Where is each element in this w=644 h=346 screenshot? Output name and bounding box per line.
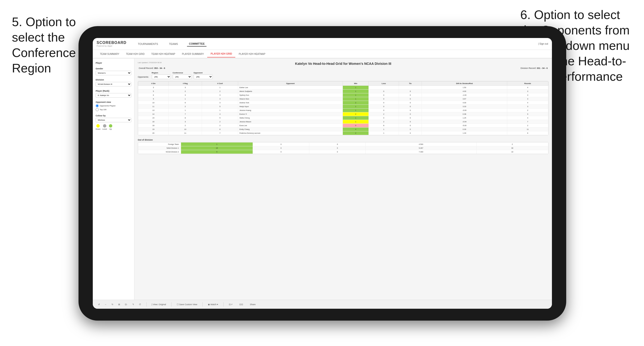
toolbar-share-icon[interactable]: ⊡↗ (228, 303, 234, 306)
sidebar-player-rank-select[interactable]: 8. Katelyn Vo (96, 93, 131, 98)
sub-nav-team-summary[interactable]: TEAM SUMMARY (96, 51, 123, 57)
toolbar-view-original[interactable]: | View: Original (150, 303, 168, 306)
sub-nav-player-summary[interactable]: PLAYER SUMMARY (179, 51, 207, 57)
records-row: Overall Record: 353 - 34 - 6 Division Re… (138, 67, 548, 69)
toolbar-copy-icon[interactable]: ⊡⊡ (238, 303, 244, 306)
tablet-frame: SCOREBOARD Powered by clippd TOURNAMENTS… (78, 26, 566, 321)
cell-loss: 2 (369, 120, 399, 124)
cell-loss: 0 (369, 109, 399, 112)
sidebar-gender-section: Gender Women's (96, 67, 131, 75)
cell-conf: 1 (202, 109, 238, 112)
out-tie: 0 (309, 150, 366, 154)
nav-teams[interactable]: TEAMS (167, 41, 180, 46)
cell-reg: 3 (169, 93, 202, 97)
cell-loss: 0 (369, 116, 399, 120)
cell-loss: 0 (369, 97, 399, 101)
filter-conference-select[interactable]: (All) (173, 75, 192, 79)
out-rounds: 30 (476, 146, 548, 150)
cell-opponent: Euna Lee (238, 124, 342, 128)
sidebar-player-rank-label: Player (Rank) (96, 90, 131, 92)
cell-tie: 0 (399, 90, 422, 93)
filter-conference-label: Conference (173, 72, 192, 74)
toolbar-share[interactable]: Share (248, 303, 257, 306)
cell-tie: 0 (399, 124, 422, 128)
toolbar-divider-1 (146, 302, 146, 307)
sidebar-radio-opponents[interactable]: Opponents Played (96, 104, 131, 107)
cell-reg: 3 (169, 86, 202, 90)
toolbar-timer[interactable]: ⏱ (138, 303, 142, 306)
toolbar-undo[interactable]: ↺ (96, 303, 101, 306)
toolbar-format[interactable]: ⊡· (124, 303, 129, 306)
cell-rounds: 3 (507, 105, 548, 109)
cell-diff: 3.67 (422, 97, 507, 101)
sidebar-radio-top100[interactable]: Top 100 (96, 108, 131, 111)
cell-win: 1 (342, 86, 369, 90)
cell-conf: 2 (202, 90, 238, 93)
cell-conf: 7 (202, 131, 238, 135)
table-row: 15 8 5 Stella Cheng 1 0 0 1.25 4 (138, 116, 548, 120)
sidebar: Player Gender Women's Division NCAA Divi… (93, 58, 134, 300)
toolbar-watch[interactable]: ◉ Watch ▾ (206, 303, 220, 306)
out-win: 15 (181, 146, 253, 150)
cell-diff: 0.38 (422, 112, 507, 116)
toolbar-back[interactable]: ← (103, 303, 108, 306)
sub-nav-player-h2h-heatmap[interactable]: PLAYER H2H HEATMAP (235, 51, 268, 57)
table-row: 3 3 1 Esther Lee 1 1.50 4 (138, 86, 548, 90)
table-row: 5 2 2 Alexis Sudjianto 1 0 0 4.00 3 (138, 90, 548, 93)
cell-conf: 2 (202, 124, 238, 128)
sidebar-division-label: Division (96, 79, 131, 81)
sub-nav-team-h2h-grid[interactable]: TEAM H2H GRID (123, 51, 148, 57)
cell-div: 13 (138, 109, 169, 112)
filter-region-select[interactable]: (All) (152, 75, 171, 79)
sub-nav-team-h2h-heatmap[interactable]: TEAM H2H HEATMAP (148, 51, 179, 57)
filter-row: Opponents: Region (All) Conference (All) (138, 72, 548, 79)
toolbar-return[interactable]: ↰ (131, 303, 136, 306)
cell-opponent: Emily Chang (238, 128, 342, 131)
sidebar-division-section: Division NCAA Division III (96, 79, 131, 86)
table-row: 11 2 5 Heejo Hyun 1 0 0 3.33 3 (138, 105, 548, 109)
out-tie: 0 (309, 143, 366, 146)
out-win: 1 (181, 143, 253, 146)
cell-reg: 1 (169, 109, 202, 112)
toolbar-divider-2 (171, 302, 172, 307)
toolbar-save-custom-view[interactable]: ☐ Save Custom View (175, 303, 199, 306)
table-row: 14 7 4 Eunice Yi 2 2 0 0.38 9 (138, 112, 548, 116)
out-rounds: 2 (476, 143, 548, 146)
sidebar-colour-label: Colour by (96, 115, 131, 117)
cell-div: 14 (138, 112, 169, 116)
cell-diff: 4.00 (422, 90, 507, 93)
sub-nav-player-h2h-grid[interactable]: PLAYER H2H GRID (207, 51, 235, 57)
toolbar-redo[interactable]: ↻ (110, 303, 115, 306)
report-area: Last Updated: 27/03/2024 08:34 Katelyn V… (134, 58, 552, 300)
table-row: 18 2 2 Euna Lee 0 8 0 -5.00 2 (138, 124, 548, 128)
cell-win: 1 (342, 105, 369, 109)
cell-reg: 6 (169, 101, 202, 105)
sidebar-division-select[interactable]: NCAA Division III (96, 82, 131, 86)
sidebar-player-rank-section: Player (Rank) 8. Katelyn Vo (96, 90, 131, 98)
out-of-division-label: Out of division (138, 139, 548, 141)
filter-opponent-select[interactable]: (All) (194, 75, 213, 79)
cell-win: 1 (342, 120, 369, 124)
data-table: # Div # Reg # Conf Opponent Win Loss Tie… (138, 81, 548, 135)
nav-committee[interactable]: COMMITTEE (187, 41, 206, 46)
cell-conf: 5 (202, 116, 238, 120)
sidebar-opponent-view-section: Opponent view Opponents Played Top 100 (96, 101, 131, 111)
cell-loss: 2 (369, 112, 399, 116)
toolbar-grid[interactable]: ⊞ (117, 303, 122, 306)
sidebar-radio-group: Opponents Played Top 100 (96, 104, 131, 111)
logo-text: SCOREBOARD (96, 41, 126, 45)
sidebar-gender-select[interactable]: Women's (96, 71, 131, 75)
sidebar-colour-select[interactable]: Win/loss (96, 118, 131, 122)
cell-tie: 0 (399, 128, 422, 131)
logo-area: SCOREBOARD Powered by clippd (96, 41, 126, 47)
out-table-wrapper: Foreign Team 1 0 0 4.500 2 NAIA Division… (138, 142, 548, 154)
cell-conf: 2 (202, 120, 238, 124)
cell-tie: 0 (399, 112, 422, 116)
top-nav: SCOREBOARD Powered by clippd TOURNAMENTS… (93, 38, 552, 50)
cell-rounds: 4 (507, 101, 548, 105)
nav-sign-out[interactable]: | Sign out (538, 42, 548, 45)
nav-tournaments[interactable]: TOURNAMENTS (136, 41, 160, 46)
cell-opponent: Federica Domecq Lacroze (238, 131, 342, 135)
cell-rounds: 2 (507, 124, 548, 128)
col-tie: Tie (399, 81, 422, 86)
